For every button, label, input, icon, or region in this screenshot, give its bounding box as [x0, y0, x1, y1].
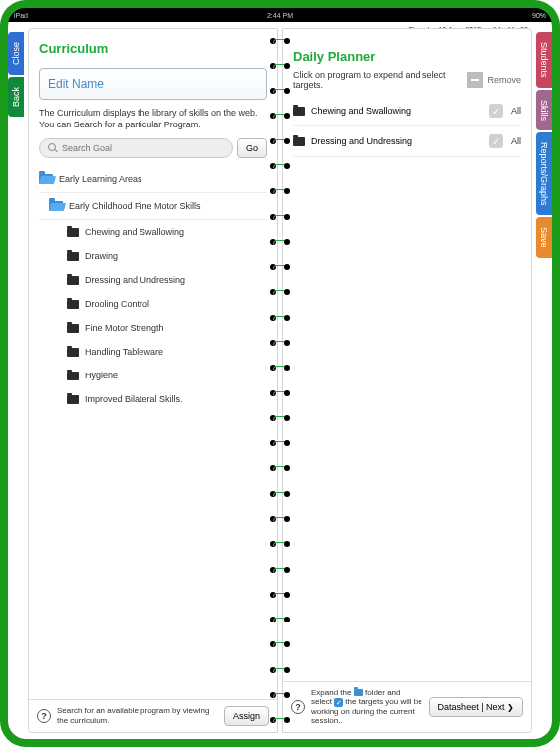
folder-icon: [67, 324, 79, 333]
curriculum-desc: The Curriculum displays the library of s…: [29, 106, 277, 136]
all-label: All: [511, 136, 521, 146]
skill-item[interactable]: Improved Bilateral Skills.: [39, 387, 267, 411]
skill-label: Dressing and Undressing: [85, 275, 185, 285]
folder-icon: [67, 348, 79, 357]
planner-item[interactable]: Dressing and Undressing ✓ All: [293, 126, 521, 157]
planner-item[interactable]: Chewing and Swallowing ✓ All: [293, 96, 521, 126]
all-label: All: [511, 106, 521, 116]
device-frame: iPad 2:44 PM 90% Thursday 15 June 2017 1…: [0, 0, 560, 747]
folder-icon: [67, 276, 79, 285]
status-right: 90%: [532, 12, 546, 19]
help-icon[interactable]: ?: [291, 700, 305, 714]
status-center: 2:44 PM: [267, 12, 293, 19]
help-icon[interactable]: ?: [37, 709, 51, 723]
folder-icon: [67, 228, 79, 237]
next-label: Datasheet | Next: [438, 702, 505, 712]
back-tab[interactable]: Back: [8, 77, 24, 117]
go-button[interactable]: Go: [237, 138, 267, 158]
search-input[interactable]: [62, 143, 224, 153]
assign-button[interactable]: Assign: [224, 706, 269, 726]
checkbox-icon[interactable]: ✓: [489, 134, 503, 148]
folder-icon: [67, 372, 79, 380]
folder-icon: [293, 137, 305, 146]
left-tabs: Close Back: [8, 32, 24, 117]
planner-item-label: Chewing and Swallowing: [311, 106, 483, 116]
folder-icon: [67, 300, 79, 309]
save-tab[interactable]: Save: [536, 217, 552, 258]
folder-icon: [293, 107, 305, 116]
folder-icon: [67, 395, 79, 404]
next-button[interactable]: Datasheet | Next ❯: [429, 697, 523, 717]
curriculum-footer: ? Search for an available program by vie…: [29, 699, 277, 732]
skill-item[interactable]: Dressing and Undressing: [39, 268, 267, 292]
remove-label: Remove: [487, 75, 521, 85]
skill-label: Chewing and Swallowing: [85, 227, 184, 237]
planner-item-label: Dressing and Undressing: [311, 136, 483, 146]
chevron-right-icon: ❯: [507, 703, 514, 712]
mini-check-icon: ✓: [334, 698, 343, 707]
remove-button[interactable]: Remove: [467, 72, 521, 88]
skill-label: Drooling Control: [85, 299, 149, 309]
skill-label: Fine Motor Strength: [85, 323, 164, 333]
notebook: Curriculum Edit Name The Curriculum disp…: [8, 22, 552, 739]
skills-tab[interactable]: Skills: [536, 90, 552, 130]
search-row: Go: [29, 136, 277, 166]
skill-item[interactable]: Fine Motor Strength: [39, 316, 267, 340]
planner-list: Chewing and Swallowing ✓ All Dressing an…: [283, 94, 531, 681]
skill-item[interactable]: Chewing and Swallowing: [39, 220, 267, 244]
skill-item[interactable]: Hygiene: [39, 364, 267, 387]
curriculum-title: Curriculum: [39, 41, 267, 56]
skill-item[interactable]: Drawing: [39, 244, 267, 268]
search-icon: [48, 143, 58, 153]
skill-item[interactable]: Handling Tableware: [39, 340, 267, 364]
checkbox-icon[interactable]: ✓: [489, 104, 503, 118]
foot-text-a: Expand the: [311, 688, 354, 697]
skill-item[interactable]: Drooling Control: [39, 292, 267, 316]
mini-folder-icon: [354, 689, 363, 696]
curriculum-tree: Early Learning Areas Early Childhood Fin…: [29, 166, 277, 699]
planner-footer-text: Expand the folder and select ✓ the targe…: [311, 688, 423, 726]
planner-subhead: Click on program to expend and select ta…: [293, 70, 467, 90]
folder-icon: [67, 252, 79, 261]
folder-open-icon: [39, 174, 53, 184]
category-fine-motor[interactable]: Early Childhood Fine Motor Skills: [39, 193, 267, 220]
remove-icon: [467, 72, 483, 88]
category-label: Early Childhood Fine Motor Skills: [69, 201, 201, 211]
students-tab[interactable]: Students: [536, 32, 552, 88]
status-left: iPad: [14, 12, 28, 19]
curriculum-footer-text: Search for an available program by viewi…: [57, 706, 218, 725]
curriculum-head: Curriculum: [29, 29, 277, 62]
folder-open-icon: [49, 201, 63, 211]
planner-footer: ? Expand the folder and select ✓ the tar…: [283, 681, 531, 732]
planner-title: Daily Planner: [293, 49, 521, 64]
category-early-learning[interactable]: Early Learning Areas: [39, 166, 267, 193]
edit-name-box[interactable]: Edit Name: [39, 68, 267, 100]
skill-label: Drawing: [85, 251, 118, 261]
reports-tab[interactable]: Reports/Graphs: [536, 132, 552, 216]
planner-page: Daily Planner Click on program to expend…: [282, 28, 532, 733]
device-inner: iPad 2:44 PM 90% Thursday 15 June 2017 1…: [8, 8, 552, 739]
curriculum-page: Curriculum Edit Name The Curriculum disp…: [28, 28, 278, 733]
skill-label: Hygiene: [85, 371, 118, 380]
app-area: Thursday 15 June 2017 14 : 44 : 58 Close…: [8, 22, 552, 739]
right-tabs: Students Skills Reports/Graphs Save: [536, 32, 552, 258]
planner-head: Daily Planner: [283, 29, 531, 70]
search-input-wrap[interactable]: [39, 138, 233, 158]
skill-label: Improved Bilateral Skills.: [85, 394, 183, 404]
category-label: Early Learning Areas: [59, 174, 142, 184]
status-bar: iPad 2:44 PM 90%: [8, 8, 552, 22]
close-tab[interactable]: Close: [8, 32, 24, 75]
planner-subhead-row: Click on program to expend and select ta…: [283, 70, 531, 94]
skill-label: Handling Tableware: [85, 347, 163, 357]
